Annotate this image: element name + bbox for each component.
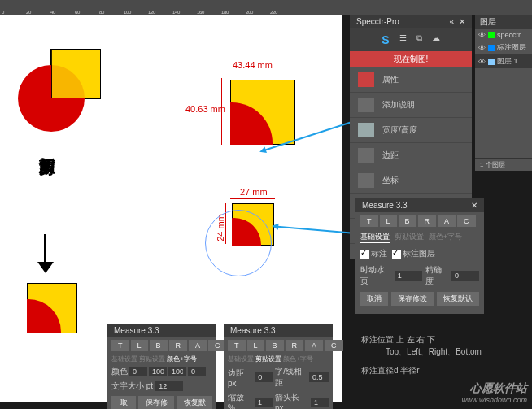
cancel-button[interactable]: 取消 — [111, 396, 136, 409]
subtab-clip[interactable]: 剪贴设置 — [395, 232, 424, 243]
notes: 标注位置 上 左 右 下 Top、Left、Right、Bottom 标注直径d… — [361, 333, 482, 376]
checkbox-layer[interactable] — [392, 250, 401, 259]
tab-b[interactable]: B — [399, 215, 416, 227]
cloud-icon[interactable]: ☁ — [432, 33, 440, 46]
arrowlen-input[interactable] — [311, 398, 329, 407]
panel-measure-bottom-2: Measure 3.3 TLBRAC 基础设置 剪贴设置 颜色+字号 边距 px… — [224, 324, 333, 409]
eye-icon[interactable]: 👁 — [478, 58, 486, 66]
zoom-input[interactable] — [255, 398, 273, 407]
bullet-icon — [358, 72, 374, 87]
k-input[interactable] — [188, 367, 206, 376]
reset-button[interactable]: 恢复默认 — [177, 396, 212, 409]
reset-button[interactable]: 恢复默认 — [437, 292, 479, 306]
tab[interactable]: R — [286, 340, 304, 351]
subtab[interactable]: 剪贴设置 — [139, 355, 165, 363]
layers-title[interactable]: 图层 — [475, 15, 532, 29]
subtab[interactable]: 颜色+字号 — [283, 355, 313, 363]
subtab[interactable]: 基础设置 — [228, 355, 254, 363]
checkbox-annotate[interactable] — [360, 250, 369, 259]
subtab[interactable]: 颜色+字号 — [167, 355, 197, 363]
c-input[interactable] — [129, 367, 147, 376]
layer-row[interactable]: 👁图层 1 — [475, 54, 532, 68]
list-icon[interactable]: ☰ — [399, 33, 407, 46]
tab[interactable]: B — [266, 340, 284, 351]
y-input[interactable] — [168, 367, 186, 376]
collapse-icon[interactable]: « — [449, 17, 454, 26]
margin-input[interactable] — [255, 372, 273, 382]
measure-title: Measure 3.3 — [107, 324, 216, 337]
copy-icon[interactable]: ⧉ — [416, 33, 422, 46]
tab-a[interactable]: A — [438, 215, 456, 227]
color-label: 颜色 — [111, 366, 128, 377]
close-icon[interactable]: ✕ — [459, 17, 465, 26]
arrow-head-icon — [37, 262, 54, 281]
tab-c[interactable]: C — [457, 215, 476, 227]
scale-input[interactable] — [395, 271, 422, 281]
tab-l[interactable]: L — [380, 215, 397, 227]
margin-label: 边距 px — [228, 368, 252, 388]
specctr-item-coord[interactable]: 坐标 — [350, 168, 472, 194]
tab[interactable]: R — [169, 340, 188, 351]
size-input[interactable] — [155, 381, 183, 391]
layer-swatch — [488, 45, 495, 51]
tab[interactable]: T — [111, 340, 129, 351]
tab-r[interactable]: R — [418, 215, 437, 227]
banner[interactable]: 现在制图! — [350, 51, 472, 67]
save-button[interactable]: 保存修改 — [391, 292, 434, 306]
measure-title: Measure 3.3 — [224, 324, 333, 337]
logo-icon[interactable]: S — [382, 33, 389, 46]
wh-icon — [358, 123, 374, 137]
clip-result-2 — [230, 80, 295, 145]
prec-label: 精确度 — [425, 264, 448, 287]
dim-line-w1 — [226, 72, 298, 72]
tab[interactable]: A — [305, 340, 323, 351]
arrow-shaft — [44, 234, 46, 265]
specctr-item-margin[interactable]: 边距 — [350, 143, 472, 168]
specctr-item-note[interactable]: 添加说明 — [350, 93, 472, 118]
tab[interactable]: L — [131, 340, 148, 351]
layer-name: 标注图层 — [497, 42, 526, 53]
subtab[interactable]: 剪贴设置 — [255, 355, 281, 363]
item-label: 属性 — [382, 74, 399, 85]
tab[interactable]: T — [228, 340, 246, 351]
layers-footer: 1 个图层 — [475, 158, 532, 171]
layer-swatch — [488, 59, 495, 65]
ruler-horizontal: 020406080100120140160180200220 — [0, 0, 532, 15]
prec-input[interactable] — [451, 271, 479, 281]
item-label: 添加说明 — [382, 99, 415, 111]
panel-measure-bottom-1: Measure 3.3 TLBRAC 基础设置 剪贴设置 颜色+字号 颜色 文字… — [107, 324, 216, 409]
dim-height-1: 40.63 mm — [185, 104, 225, 114]
panel-title-label: Specctr-Pro — [356, 17, 399, 26]
dim-width-1: 43.44 mm — [233, 60, 273, 70]
watermark: 心愿软件站 www.wishdown.com — [461, 381, 527, 404]
panel-layers: 图层 👁specctr 👁标注图层 👁图层 1 1 个图层 — [475, 15, 532, 171]
specctr-item-properties[interactable]: 属性 — [350, 67, 472, 93]
subtab[interactable]: 基础设置 — [111, 355, 137, 363]
specctr-item-wh[interactable]: 宽度/高度 — [350, 118, 472, 143]
panel-measure-float: Measure 3.3✕ T L B R A C 基础设置剪贴设置颜色+字号 标… — [355, 198, 484, 314]
subtab-color[interactable]: 颜色+字号 — [429, 232, 462, 243]
coord-icon — [358, 173, 374, 188]
gap-input[interactable] — [309, 372, 329, 382]
layer-row[interactable]: 👁标注图层 — [475, 41, 532, 54]
margin-icon — [358, 148, 374, 163]
specctr-toolbar: S ☰ ⧉ ☁ — [350, 28, 472, 51]
layer-row[interactable]: 👁specctr — [475, 29, 532, 41]
tab-t[interactable]: T — [360, 215, 378, 227]
tab[interactable]: A — [189, 340, 207, 351]
tab[interactable]: L — [247, 340, 264, 351]
eye-icon[interactable]: 👁 — [478, 31, 486, 39]
subtab-basic[interactable]: 基础设置 — [360, 232, 390, 243]
eye-icon[interactable]: 👁 — [478, 44, 486, 52]
clip-result-1 — [27, 283, 77, 333]
note-icon — [358, 98, 374, 112]
panel-specctr-title[interactable]: Specctr-Pro « ✕ — [350, 15, 472, 28]
layer-name: 图层 1 — [497, 56, 518, 67]
cancel-button[interactable]: 取消 — [360, 292, 388, 306]
m-input[interactable] — [149, 367, 167, 376]
close-icon[interactable]: ✕ — [471, 201, 477, 210]
tab[interactable]: C — [325, 340, 343, 351]
tab[interactable]: B — [150, 340, 168, 351]
save-button[interactable]: 保存修改 — [138, 396, 174, 409]
layer-name: specctr — [497, 31, 521, 39]
